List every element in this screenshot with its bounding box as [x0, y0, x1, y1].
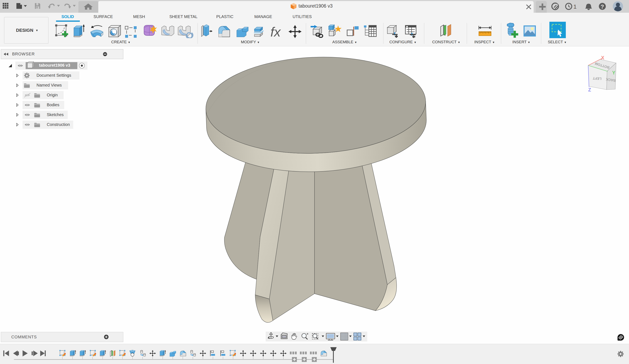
- svg-text:?: ?: [601, 4, 604, 10]
- svg-text:1: 1: [573, 3, 577, 10]
- svg-text:fx: fx: [270, 25, 281, 39]
- svg-text:LEFT: LEFT: [593, 76, 602, 81]
- svg-text:Y: Y: [612, 70, 615, 75]
- svg-text:Z: Z: [588, 87, 591, 93]
- svg-text:X: X: [601, 55, 604, 60]
